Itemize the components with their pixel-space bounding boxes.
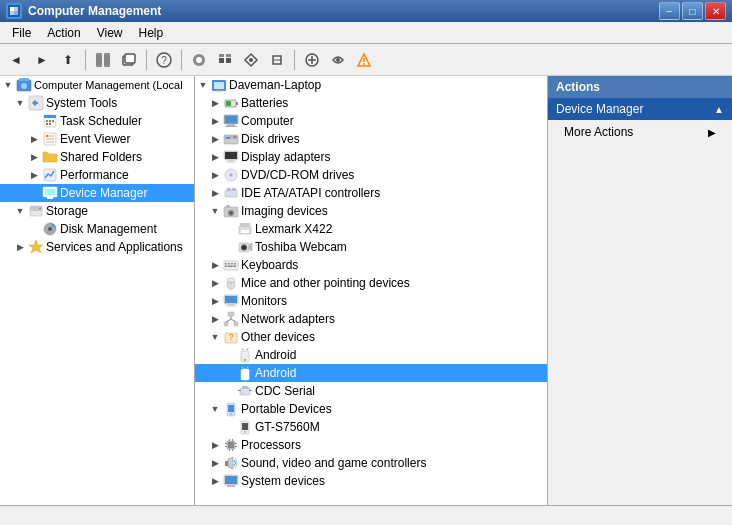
mice-icon — [223, 275, 239, 291]
menu-file[interactable]: File — [4, 24, 39, 42]
svg-rect-131 — [225, 446, 227, 447]
svg-rect-77 — [226, 205, 230, 208]
android2-expand: ▶ — [223, 367, 235, 379]
toolbar-btn-10[interactable] — [352, 48, 376, 72]
device-sound[interactable]: ▶ Sound, video and game controllers — [195, 454, 547, 472]
device-other[interactable]: ▼ ? Other devices — [195, 328, 547, 346]
left-system-tools[interactable]: ▼ System Tools — [0, 94, 194, 112]
device-cdc[interactable]: ▶ CDC Serial — [195, 382, 547, 400]
left-shared-folders[interactable]: ▶ Shared Folders — [0, 148, 194, 166]
disk-mgmt-expand: ▶ — [28, 223, 40, 235]
svg-rect-101 — [226, 306, 236, 307]
toolbar-separator-3 — [181, 50, 182, 70]
up-button[interactable]: ⬆ — [56, 48, 80, 72]
status-bar — [0, 505, 732, 525]
svg-rect-16 — [226, 54, 231, 57]
svg-point-115 — [244, 377, 246, 379]
svg-rect-8 — [125, 54, 135, 63]
services-expand: ▶ — [14, 241, 26, 253]
device-processors[interactable]: ▶ Processors — [195, 436, 547, 454]
device-lexmark[interactable]: ▶ Lexmark X422 — [195, 220, 547, 238]
toolbar-btn-7[interactable] — [265, 48, 289, 72]
device-gt[interactable]: ▶ GT-S7560M — [195, 418, 547, 436]
device-android-2[interactable]: ▶ Android — [195, 364, 547, 382]
svg-rect-67 — [225, 152, 237, 159]
close-button[interactable]: ✕ — [705, 2, 726, 20]
left-performance[interactable]: ▶ Performance — [0, 166, 194, 184]
lexmark-icon — [237, 221, 253, 237]
network-icon — [223, 311, 239, 327]
minimize-button[interactable]: − — [659, 2, 680, 20]
svg-rect-135 — [232, 439, 233, 441]
svg-line-106 — [226, 319, 231, 322]
left-event-viewer[interactable]: ▶ Event Viewer — [0, 130, 194, 148]
more-actions-label: More Actions — [564, 125, 633, 139]
svg-point-17 — [249, 58, 253, 62]
device-computer[interactable]: ▶ Computer — [195, 112, 547, 130]
toolbar-btn-8[interactable] — [300, 48, 324, 72]
help-button[interactable]: ? — [152, 48, 176, 72]
svg-rect-129 — [228, 442, 234, 448]
device-keyboards[interactable]: ▶ Keyboards — [195, 256, 547, 274]
shared-folders-label: Shared Folders — [60, 150, 142, 164]
svg-text:?: ? — [228, 332, 233, 342]
processors-icon — [223, 437, 239, 453]
menu-action[interactable]: Action — [39, 24, 88, 42]
svg-rect-42 — [46, 135, 48, 137]
toolbar-btn-5[interactable] — [213, 48, 237, 72]
left-storage[interactable]: ▼ Storage — [0, 202, 194, 220]
svg-rect-74 — [227, 188, 231, 191]
device-mice[interactable]: ▶ Mice and other pointing devices — [195, 274, 547, 292]
new-window-button[interactable] — [117, 48, 141, 72]
left-disk-management[interactable]: ▶ Disk Management — [0, 220, 194, 238]
storage-expand: ▼ — [14, 205, 26, 217]
display-expand: ▶ — [209, 151, 221, 163]
device-root-icon — [211, 77, 227, 93]
device-monitors[interactable]: ▶ Monitors — [195, 292, 547, 310]
services-icon — [28, 239, 44, 255]
svg-point-124 — [230, 413, 232, 415]
left-device-manager[interactable]: ▶ Device Manager — [0, 184, 194, 202]
toolbar-btn-6[interactable] — [239, 48, 263, 72]
device-android-1[interactable]: ▶ Android — [195, 346, 547, 364]
device-portable[interactable]: ▼ Portable Devices — [195, 400, 547, 418]
main-layout: ▼ Computer Management (Local ▼ System To… — [0, 76, 732, 505]
device-network[interactable]: ▶ Network adapters — [195, 310, 547, 328]
more-actions-item[interactable]: More Actions ▶ — [548, 121, 732, 143]
menu-view[interactable]: View — [89, 24, 131, 42]
back-button[interactable]: ◄ — [4, 48, 28, 72]
maximize-button[interactable]: □ — [682, 2, 703, 20]
device-disk-drives[interactable]: ▶ Disk drives — [195, 130, 547, 148]
device-root-expand: ▼ — [197, 79, 209, 91]
disk-management-label: Disk Management — [60, 222, 157, 236]
left-panel[interactable]: ▼ Computer Management (Local ▼ System To… — [0, 76, 195, 505]
svg-rect-102 — [228, 312, 234, 316]
device-imaging[interactable]: ▼ Imaging devices — [195, 202, 547, 220]
device-batteries[interactable]: ▶ Batteries — [195, 94, 547, 112]
sound-label: Sound, video and game controllers — [241, 456, 426, 470]
left-root[interactable]: ▼ Computer Management (Local — [0, 76, 194, 94]
device-ide[interactable]: ▶ IDE ATA/ATAPI controllers — [195, 184, 547, 202]
toolbar-btn-9[interactable] — [326, 48, 350, 72]
lexmark-label: Lexmark X422 — [255, 222, 332, 236]
device-root[interactable]: ▼ Daveman-Laptop — [195, 76, 547, 94]
middle-panel[interactable]: ▼ Daveman-Laptop ▶ Batteries ▶ Computer … — [195, 76, 547, 505]
device-toshiba[interactable]: ▶ Toshiba Webcam — [195, 238, 547, 256]
device-display[interactable]: ▶ Display adapters — [195, 148, 547, 166]
left-services[interactable]: ▶ Services and Applications — [0, 238, 194, 256]
menu-help[interactable]: Help — [131, 24, 172, 42]
shared-folders-icon — [42, 149, 58, 165]
portable-label: Portable Devices — [241, 402, 332, 416]
device-manager-action[interactable]: Device Manager ▲ — [548, 98, 732, 120]
svg-rect-14 — [226, 58, 231, 63]
portable-icon — [223, 401, 239, 417]
left-task-scheduler[interactable]: ▶ Task Scheduler — [0, 112, 194, 130]
svg-rect-45 — [45, 189, 55, 195]
svg-rect-103 — [224, 322, 228, 326]
device-dvd[interactable]: ▶ DVD/CD-ROM drives — [195, 166, 547, 184]
device-system[interactable]: ▶ System devices — [195, 472, 547, 490]
show-hide-button[interactable] — [91, 48, 115, 72]
forward-button[interactable]: ► — [30, 48, 54, 72]
toolbar-btn-4[interactable] — [187, 48, 211, 72]
toolbar-separator-2 — [146, 50, 147, 70]
